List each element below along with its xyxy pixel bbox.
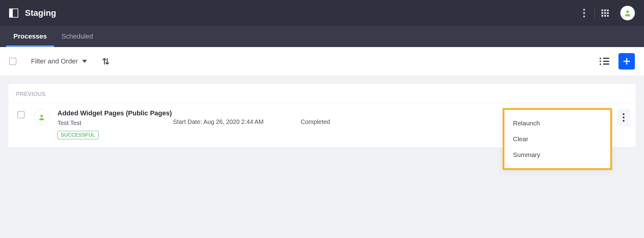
process-row: Added Widget Pages (Public Pages) Test T… — [8, 103, 636, 147]
svg-point-0 — [626, 10, 629, 13]
toolbar: Filter and Order — [0, 47, 644, 76]
tab-processes-label: Processes — [13, 32, 47, 40]
section-label: PREVIOUS — [8, 91, 636, 103]
tab-bar: Processes Scheduled — [0, 26, 644, 47]
row-main: Added Widget Pages (Public Pages) Test T… — [57, 109, 173, 139]
row-actions — [617, 109, 630, 126]
vertical-dots-icon — [583, 9, 585, 17]
app-header: Staging — [0, 0, 644, 26]
caret-down-icon — [82, 60, 87, 63]
header-divider — [594, 8, 595, 18]
sort-arrows-icon — [102, 57, 110, 66]
menu-summary[interactable]: Summary — [504, 147, 610, 163]
tab-scheduled-label: Scheduled — [61, 32, 93, 40]
row-avatar — [34, 109, 50, 125]
view-list-button[interactable] — [600, 58, 609, 65]
person-icon — [38, 114, 45, 121]
select-all-checkbox[interactable] — [9, 58, 16, 65]
row-action-menu: Relaunch Clear Summary — [503, 108, 612, 170]
add-button[interactable] — [618, 53, 635, 70]
row-checkbox[interactable] — [17, 111, 25, 118]
header-menu-button[interactable] — [577, 6, 591, 20]
plus-icon — [622, 57, 631, 66]
previous-card: PREVIOUS Added Widget Pages (Public Page… — [8, 83, 636, 148]
panel-toggle-icon[interactable] — [9, 8, 18, 18]
vertical-dots-icon — [623, 113, 625, 122]
app-title: Staging — [25, 8, 56, 18]
row-title: Added Widget Pages (Public Pages) — [57, 109, 173, 117]
menu-clear[interactable]: Clear — [504, 131, 610, 147]
apps-grid-icon — [601, 9, 609, 17]
svg-point-1 — [40, 115, 43, 117]
content-area: PREVIOUS Added Widget Pages (Public Page… — [0, 76, 644, 155]
status-badge: SUCCESSFUL — [57, 131, 99, 139]
filter-label: Filter and Order — [31, 57, 78, 65]
sort-button[interactable] — [102, 57, 110, 66]
filter-and-order-button[interactable]: Filter and Order — [31, 57, 87, 65]
apps-button[interactable] — [598, 6, 612, 20]
tab-scheduled[interactable]: Scheduled — [54, 26, 100, 47]
row-subtitle: Test Test — [57, 120, 173, 127]
user-avatar[interactable] — [620, 6, 635, 20]
row-start-date: Start Date: Aug 26, 2020 2:44 AM — [173, 109, 301, 125]
row-status: Completed — [301, 109, 355, 125]
menu-relaunch[interactable]: Relaunch — [504, 115, 610, 131]
person-icon — [624, 9, 632, 17]
row-menu-button[interactable] — [617, 109, 630, 126]
tab-processes[interactable]: Processes — [6, 26, 54, 47]
